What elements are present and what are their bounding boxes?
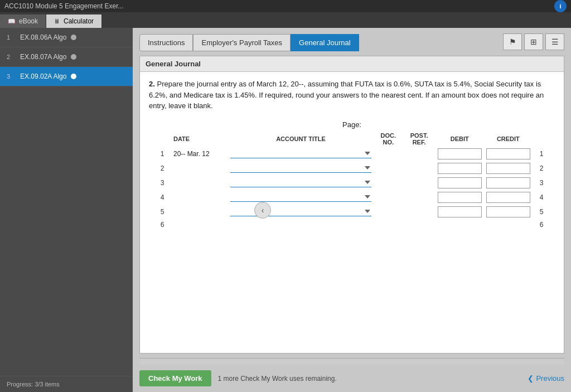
tab-bar: 📖 eBook 🖩 Calculator	[0, 12, 571, 28]
th-debit: DEBIT	[435, 131, 484, 147]
row-debit-4[interactable]	[435, 190, 484, 205]
row-doc-2	[374, 161, 403, 176]
row-post-6	[403, 219, 435, 230]
sidebar-footer: Progress: 3/3 items	[0, 376, 133, 392]
row-date-2	[171, 161, 228, 176]
row-doc-4	[374, 190, 403, 205]
dot-3	[71, 74, 76, 79]
th-post: POST. REF.	[403, 131, 435, 147]
progress-text: Progress: 3/3 items	[7, 381, 60, 388]
credit-input-2[interactable]	[486, 163, 530, 174]
table-row: 1 20-- Mar. 12	[153, 147, 550, 161]
view-icon-grid[interactable]: ⊞	[524, 33, 543, 50]
row-account-4[interactable]	[228, 190, 374, 205]
debit-input-1[interactable]	[438, 148, 482, 159]
row-account-1[interactable]	[228, 147, 374, 161]
debit-input-2[interactable]	[438, 163, 482, 174]
row-post-3	[403, 176, 435, 190]
row-num-3: 3	[153, 176, 171, 190]
table-row: 4	[153, 190, 550, 205]
view-icon-flag[interactable]: ⚑	[503, 33, 522, 50]
scrollbar[interactable]	[139, 358, 564, 365]
row-doc-5	[374, 205, 403, 219]
row-doc-3	[374, 176, 403, 190]
app-title: ACC1010 Module 5 Engagement Exer...	[4, 2, 554, 10]
nav-tabs: Instructions Employer's Payroll Taxes Ge…	[133, 28, 571, 51]
grid-icon: ⊞	[530, 37, 537, 46]
calculator-icon: 🖩	[54, 18, 60, 25]
page-label: Page:	[153, 120, 550, 129]
sidebar-item-2[interactable]: 2 EX.08.07A Algo	[0, 47, 133, 67]
account-select-2[interactable]	[230, 163, 372, 173]
th-doc: DOC. NO.	[374, 131, 403, 147]
debit-input-3[interactable]	[438, 177, 482, 188]
row-line-2: 2	[533, 161, 550, 176]
account-select-1[interactable]	[230, 149, 372, 158]
row-debit-2[interactable]	[435, 161, 484, 176]
row-debit-5[interactable]	[435, 205, 484, 219]
back-icon: ‹	[262, 206, 264, 215]
row-credit-1[interactable]	[484, 147, 533, 161]
row-line-4: 4	[533, 190, 550, 205]
check-my-work-button[interactable]: Check My Work	[139, 370, 211, 386]
sidebar-item-3[interactable]: 3 EX.09.02A Algo	[0, 67, 133, 86]
back-button[interactable]: ‹	[254, 202, 271, 219]
dot-2	[71, 54, 76, 60]
remaining-text: 1 more Check My Work uses remaining.	[218, 375, 337, 383]
credit-input-4[interactable]	[486, 192, 530, 203]
row-debit-1[interactable]	[435, 147, 484, 161]
row-credit-5[interactable]	[484, 205, 533, 219]
account-select-5[interactable]	[230, 207, 372, 216]
tab-employers-payroll-taxes[interactable]: Employer's Payroll Taxes	[193, 34, 291, 51]
instruction-number: 2.	[149, 80, 155, 88]
credit-input-3[interactable]	[486, 177, 530, 188]
table-row: 3	[153, 176, 550, 190]
row-date-6	[171, 219, 228, 230]
credit-input-1[interactable]	[486, 148, 530, 159]
row-credit-3[interactable]	[484, 176, 533, 190]
row-post-5	[403, 205, 435, 219]
ebook-icon: 📖	[8, 18, 16, 25]
row-credit-4[interactable]	[484, 190, 533, 205]
previous-button[interactable]: ❮ Previous	[528, 374, 564, 383]
row-credit-2[interactable]	[484, 161, 533, 176]
dot-1	[71, 35, 76, 40]
row-account-5[interactable]	[228, 205, 374, 219]
row-post-1	[403, 147, 435, 161]
row-num-6: 6	[153, 219, 171, 230]
row-account-6	[228, 219, 374, 230]
info-icon[interactable]: i	[554, 0, 567, 12]
row-doc-6	[374, 219, 403, 230]
item-number-3: 3	[7, 73, 16, 80]
credit-input-5[interactable]	[486, 206, 530, 217]
debit-input-5[interactable]	[438, 206, 482, 217]
table-row: 6 6	[153, 219, 550, 230]
sidebar-item-1[interactable]: 1 EX.08.06A Algo	[0, 28, 133, 47]
account-select-4[interactable]	[230, 192, 372, 202]
row-account-3[interactable]	[228, 176, 374, 190]
item-number-2: 2	[7, 54, 16, 60]
view-icon-list[interactable]: ☰	[545, 33, 564, 50]
chevron-left-icon: ❮	[528, 374, 534, 383]
tab-general-journal[interactable]: General Journal	[291, 34, 359, 51]
tab-ebook[interactable]: 📖 eBook	[0, 14, 46, 28]
row-num-5: 5	[153, 205, 171, 219]
journal-panel-header: General Journal	[140, 56, 564, 72]
row-line-3: 3	[533, 176, 550, 190]
flag-icon: ⚑	[509, 37, 516, 46]
row-date-1: 20-- Mar. 12	[171, 147, 228, 161]
debit-input-4[interactable]	[438, 192, 482, 203]
tab-calculator[interactable]: 🖩 Calculator	[46, 14, 102, 28]
row-debit-6	[435, 219, 484, 230]
top-bar: ACC1010 Module 5 Engagement Exer... i	[0, 0, 571, 12]
journal-panel: General Journal 2. Prepare the journal e…	[139, 56, 564, 354]
account-select-3[interactable]	[230, 178, 372, 187]
th-credit: CREDIT	[484, 131, 533, 147]
th-line	[533, 131, 550, 147]
tab-instructions[interactable]: Instructions	[139, 34, 193, 51]
sidebar: 1 EX.08.06A Algo 2 EX.08.07A Algo 3 EX.0…	[0, 28, 133, 392]
row-debit-3[interactable]	[435, 176, 484, 190]
row-line-6: 6	[533, 219, 550, 230]
main-layout: 1 EX.08.06A Algo 2 EX.08.07A Algo 3 EX.0…	[0, 28, 571, 392]
row-account-2[interactable]	[228, 161, 374, 176]
